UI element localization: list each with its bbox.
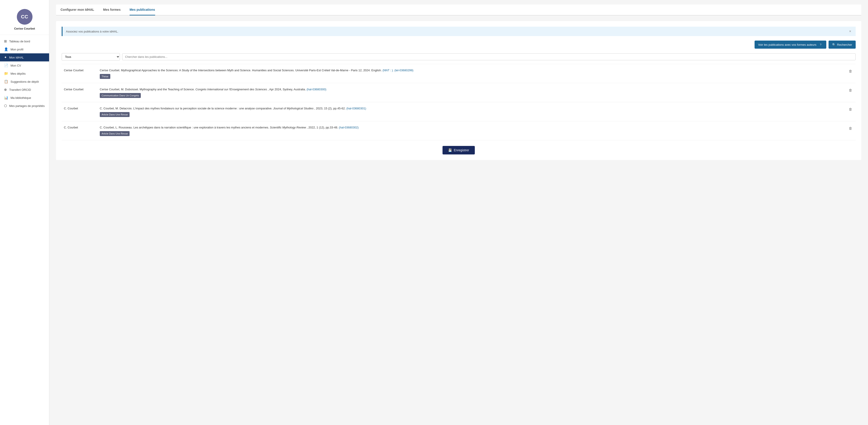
pub-link[interactable]: (hal-03680302) bbox=[339, 126, 359, 129]
pub-author: C. Courbet bbox=[64, 106, 95, 110]
pub-details: Cerise Courbet. Mythographical Approache… bbox=[100, 68, 843, 79]
pub-badge: Article Dans Une Revue bbox=[100, 112, 130, 117]
sidebar-label: Ma bibliothèque bbox=[10, 96, 31, 99]
content-area: Associez vos publications à votre idHAL.… bbox=[56, 21, 861, 160]
pub-badge: Communication Dans Un Congrès bbox=[100, 93, 141, 98]
delete-pub-button[interactable]: 🗑 bbox=[847, 106, 854, 113]
idhal-icon: ✦ bbox=[4, 55, 7, 59]
action-bar: Voir les publications avec vos formes au… bbox=[62, 40, 856, 49]
voir-publications-button[interactable]: Voir les publications avec vos formes au… bbox=[754, 40, 826, 49]
sidebar-label: Tableau de bord bbox=[9, 40, 30, 43]
pub-details: C. Courbet, M. Delacroix. L'impact des m… bbox=[100, 106, 843, 117]
sidebar-item-mon-idhal[interactable]: ✦ Mon IdHAL bbox=[0, 53, 49, 61]
search-publications-input[interactable] bbox=[122, 53, 856, 60]
sidebar-item-suggestions-depot[interactable]: 📋 Suggestions de dépôt bbox=[0, 78, 49, 86]
sidebar-label: Mon CV bbox=[10, 64, 21, 67]
user-icon: 👤 bbox=[4, 47, 8, 51]
search-icon: 🔍 bbox=[832, 43, 836, 47]
sidebar-label: Mes dépôts bbox=[10, 72, 26, 75]
save-icon: 💾 bbox=[448, 148, 452, 152]
pub-badge: Thèse bbox=[100, 74, 110, 79]
pub-link[interactable]: (hal-03680300) bbox=[307, 88, 327, 91]
sidebar-nav: ⊞ Tableau de bord 👤 Mon profil ✦ Mon IdH… bbox=[0, 37, 49, 110]
grid-icon: ⊞ bbox=[4, 39, 7, 43]
sidebar-item-tableau-de-bord[interactable]: ⊞ Tableau de bord bbox=[0, 37, 49, 45]
sidebar-label: Mon profil bbox=[10, 48, 23, 51]
sidebar-item-mon-cv[interactable]: 📄 Mon CV bbox=[0, 61, 49, 69]
sidebar-username: Cerise Courbet bbox=[14, 27, 35, 30]
tab-mes-formes[interactable]: Mes formes bbox=[103, 4, 121, 16]
sidebar: CC Cerise Courbet ⊞ Tableau de bord 👤 Mo… bbox=[0, 0, 49, 425]
pub-link[interactable]: (hal-03680301) bbox=[346, 107, 366, 110]
pub-text: C. Courbet, L. Rousseau. Les archétypes … bbox=[100, 126, 270, 129]
sidebar-item-transfert-orcid[interactable]: ⊕ Transfert ORCID bbox=[0, 86, 49, 94]
save-button[interactable]: 💾 Enregistrer bbox=[442, 146, 474, 154]
share-icon: ⬡ bbox=[4, 104, 7, 108]
pub-text-after: , Apr 2024, Sydney, Australia. bbox=[268, 88, 306, 91]
publications-list: Cerise Courbet Cerise Courbet. Mythograp… bbox=[62, 64, 856, 140]
main-content: Configurer mon IdHAL Mes formes Mes publ… bbox=[49, 0, 868, 425]
pub-italic-text: Scientific Mythology Review bbox=[270, 126, 306, 129]
filter-bar: Tous Thèse Article Dans Une Revue Commun… bbox=[62, 53, 856, 61]
sidebar-item-ma-bibliotheque[interactable]: 📊 Ma bibliothèque bbox=[0, 94, 49, 102]
sidebar-avatar-section: CC Cerise Courbet bbox=[0, 4, 49, 35]
pub-text-after: , 2022, 1 (12), pp.33-48. bbox=[307, 126, 339, 129]
info-banner-close-button[interactable]: × bbox=[848, 29, 852, 33]
sidebar-label: Mes partages de propriétés bbox=[9, 104, 44, 108]
type-filter-select[interactable]: Tous Thèse Article Dans Une Revue Commun… bbox=[62, 53, 120, 61]
pub-text: C. Courbet, M. Delacroix. L'impact des m… bbox=[100, 107, 273, 110]
table-row: Cerise Courbet Cerise Courbet, M. Dubois… bbox=[62, 83, 856, 102]
info-banner: Associez vos publications à votre idHAL.… bbox=[62, 27, 856, 36]
sidebar-item-mes-depots[interactable]: 📁 Mes dépôts bbox=[0, 69, 49, 78]
sidebar-label: Transfert ORCID bbox=[9, 88, 31, 91]
pub-text: Cerise Courbet, M. Duboisset. Mythograph… bbox=[100, 88, 195, 91]
pub-author: Cerise Courbet bbox=[64, 87, 95, 91]
table-row: C. Courbet C. Courbet, M. Delacroix. L'i… bbox=[62, 102, 856, 121]
tab-configurer-idhal[interactable]: Configurer mon IdHAL bbox=[61, 4, 94, 16]
sidebar-item-mon-profil[interactable]: 👤 Mon profil bbox=[0, 45, 49, 53]
delete-pub-button[interactable]: 🗑 bbox=[847, 125, 854, 131]
help-icon[interactable]: ? bbox=[819, 42, 823, 47]
tabs-bar: Configurer mon IdHAL Mes formes Mes publ… bbox=[56, 4, 861, 16]
chart-icon: 📊 bbox=[4, 96, 8, 100]
delete-pub-button[interactable]: 🗑 bbox=[847, 87, 854, 93]
app-container: CC Cerise Courbet ⊞ Tableau de bord 👤 Mo… bbox=[0, 0, 868, 425]
sidebar-label: Mon IdHAL bbox=[9, 56, 24, 59]
rechercher-button[interactable]: 🔍 Rechercher bbox=[829, 40, 856, 49]
pub-text: Cerise Courbet. Mythographical Approache… bbox=[100, 69, 382, 72]
pub-author: C. Courbet bbox=[64, 125, 95, 129]
save-section: 💾 Enregistrer bbox=[62, 146, 856, 154]
pub-link[interactable]: (NNT : ). (tel-03680299) bbox=[382, 69, 413, 72]
table-row: Cerise Courbet Cerise Courbet. Mythograp… bbox=[62, 64, 856, 83]
orcid-icon: ⊕ bbox=[4, 88, 7, 92]
avatar: CC bbox=[17, 9, 32, 25]
pub-details: C. Courbet, L. Rousseau. Les archétypes … bbox=[100, 125, 843, 136]
pub-author: Cerise Courbet bbox=[64, 68, 95, 72]
folder-icon: 📁 bbox=[4, 71, 8, 75]
pub-italic-text: Congrès International sur l'Enseignement… bbox=[195, 88, 267, 91]
tab-mes-publications[interactable]: Mes publications bbox=[130, 4, 155, 16]
pub-text-after: , 2023, 15 (2), pp.45-62. bbox=[314, 107, 346, 110]
pub-italic-text: Journal of Mythological Studies bbox=[273, 107, 313, 110]
cv-icon: 📄 bbox=[4, 63, 8, 67]
sidebar-item-mes-partages[interactable]: ⬡ Mes partages de propriétés bbox=[0, 102, 49, 110]
sidebar-label: Suggestions de dépôt bbox=[10, 80, 39, 83]
pub-details: Cerise Courbet, M. Duboisset. Mythograph… bbox=[100, 87, 843, 98]
pub-badge: Article Dans Une Revue bbox=[100, 131, 130, 136]
clipboard-icon: 📋 bbox=[4, 80, 8, 84]
table-row: C. Courbet C. Courbet, L. Rousseau. Les … bbox=[62, 121, 856, 140]
delete-pub-button[interactable]: 🗑 bbox=[847, 68, 854, 74]
info-banner-text: Associez vos publications à votre idHAL. bbox=[66, 30, 118, 33]
